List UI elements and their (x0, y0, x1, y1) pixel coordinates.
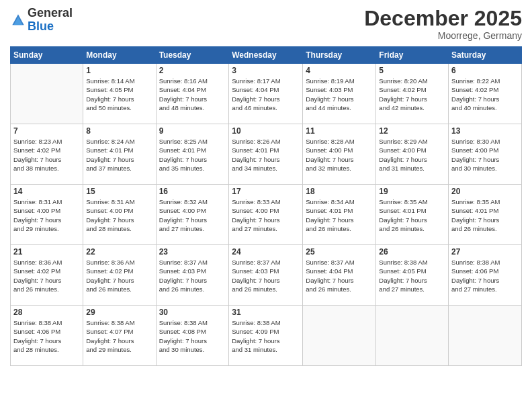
calendar-header-row: SundayMondayTuesdayWednesdayThursdayFrid… (11, 47, 522, 64)
header: General Blue December 2025 Moorrege, Ger… (10, 7, 522, 41)
day-info: Sunrise: 8:36 AMSunset: 4:02 PMDaylight:… (13, 258, 80, 293)
day-number: 1 (86, 66, 152, 75)
calendar-week-row: 1Sunrise: 8:14 AMSunset: 4:05 PMDaylight… (11, 64, 522, 124)
calendar-cell: 6Sunrise: 8:22 AMSunset: 4:02 PMDaylight… (449, 64, 522, 124)
calendar-week-row: 28Sunrise: 8:38 AMSunset: 4:06 PMDayligh… (11, 306, 522, 366)
calendar-week-row: 21Sunrise: 8:36 AMSunset: 4:02 PMDayligh… (11, 245, 522, 306)
calendar-day-header: Monday (83, 47, 156, 64)
day-number: 25 (306, 247, 373, 257)
day-number: 16 (159, 187, 226, 196)
logo-text: General Blue (28, 7, 73, 34)
calendar-cell: 26Sunrise: 8:38 AMSunset: 4:05 PMDayligh… (376, 245, 449, 306)
day-number: 28 (13, 308, 80, 317)
calendar-day-header: Wednesday (229, 47, 303, 64)
day-number: 27 (451, 247, 519, 257)
calendar-cell: 10Sunrise: 8:26 AMSunset: 4:01 PMDayligh… (229, 124, 303, 185)
day-info: Sunrise: 8:35 AMSunset: 4:01 PMDaylight:… (451, 197, 519, 233)
calendar-cell: 13Sunrise: 8:30 AMSunset: 4:00 PMDayligh… (449, 124, 522, 185)
day-number: 7 (13, 126, 80, 136)
day-number: 17 (232, 187, 300, 196)
day-number: 2 (159, 66, 226, 75)
day-info: Sunrise: 8:38 AMSunset: 4:06 PMDaylight:… (13, 318, 80, 354)
day-info: Sunrise: 8:31 AMSunset: 4:00 PMDaylight:… (86, 197, 152, 233)
calendar-cell: 28Sunrise: 8:38 AMSunset: 4:06 PMDayligh… (11, 306, 83, 366)
logo: General Blue (10, 7, 73, 34)
calendar-week-row: 7Sunrise: 8:23 AMSunset: 4:02 PMDaylight… (11, 124, 522, 185)
day-number: 23 (159, 247, 226, 257)
day-info: Sunrise: 8:24 AMSunset: 4:01 PMDaylight:… (86, 137, 152, 173)
day-number: 9 (159, 126, 226, 136)
logo-general: General (28, 6, 73, 19)
day-info: Sunrise: 8:30 AMSunset: 4:00 PMDaylight:… (451, 137, 519, 173)
calendar-cell: 22Sunrise: 8:36 AMSunset: 4:02 PMDayligh… (83, 245, 156, 306)
calendar-cell: 16Sunrise: 8:32 AMSunset: 4:00 PMDayligh… (156, 185, 229, 245)
calendar-cell: 1Sunrise: 8:14 AMSunset: 4:05 PMDaylight… (83, 64, 156, 124)
page: General Blue December 2025 Moorrege, Ger… (0, 0, 532, 411)
day-number: 14 (13, 187, 80, 196)
day-number: 18 (306, 187, 373, 196)
day-number: 26 (379, 247, 445, 257)
day-info: Sunrise: 8:25 AMSunset: 4:01 PMDaylight:… (159, 137, 226, 173)
day-number: 6 (451, 66, 519, 75)
calendar-day-header: Friday (376, 47, 449, 64)
calendar-cell: 15Sunrise: 8:31 AMSunset: 4:00 PMDayligh… (83, 185, 156, 245)
day-number: 8 (86, 126, 152, 136)
calendar-cell: 20Sunrise: 8:35 AMSunset: 4:01 PMDayligh… (449, 185, 522, 245)
day-info: Sunrise: 8:38 AMSunset: 4:06 PMDaylight:… (451, 258, 519, 293)
day-info: Sunrise: 8:36 AMSunset: 4:02 PMDaylight:… (86, 258, 152, 293)
location: Moorrege, Germany (364, 30, 522, 41)
day-number: 29 (86, 308, 152, 317)
day-info: Sunrise: 8:33 AMSunset: 4:00 PMDaylight:… (232, 197, 300, 233)
day-number: 21 (13, 247, 80, 257)
calendar-cell (303, 306, 376, 366)
day-info: Sunrise: 8:14 AMSunset: 4:05 PMDaylight:… (86, 77, 152, 112)
day-info: Sunrise: 8:37 AMSunset: 4:03 PMDaylight:… (159, 258, 226, 293)
calendar-cell: 25Sunrise: 8:37 AMSunset: 4:04 PMDayligh… (303, 245, 376, 306)
day-number: 11 (306, 126, 373, 136)
day-info: Sunrise: 8:38 AMSunset: 4:08 PMDaylight:… (159, 318, 226, 354)
day-number: 30 (159, 308, 226, 317)
day-number: 24 (232, 247, 300, 257)
day-info: Sunrise: 8:19 AMSunset: 4:03 PMDaylight:… (306, 77, 373, 112)
calendar-cell: 27Sunrise: 8:38 AMSunset: 4:06 PMDayligh… (449, 245, 522, 306)
day-info: Sunrise: 8:31 AMSunset: 4:00 PMDaylight:… (13, 197, 80, 233)
day-number: 4 (306, 66, 373, 75)
day-number: 13 (451, 126, 519, 136)
title-block: December 2025 Moorrege, Germany (364, 7, 522, 41)
day-info: Sunrise: 8:38 AMSunset: 4:09 PMDaylight:… (232, 318, 300, 354)
day-info: Sunrise: 8:22 AMSunset: 4:02 PMDaylight:… (451, 77, 519, 112)
day-info: Sunrise: 8:23 AMSunset: 4:02 PMDaylight:… (13, 137, 80, 173)
calendar-cell: 23Sunrise: 8:37 AMSunset: 4:03 PMDayligh… (156, 245, 229, 306)
calendar-cell: 29Sunrise: 8:38 AMSunset: 4:07 PMDayligh… (83, 306, 156, 366)
day-info: Sunrise: 8:28 AMSunset: 4:00 PMDaylight:… (306, 137, 373, 173)
calendar-cell: 8Sunrise: 8:24 AMSunset: 4:01 PMDaylight… (83, 124, 156, 185)
calendar-cell: 4Sunrise: 8:19 AMSunset: 4:03 PMDaylight… (303, 64, 376, 124)
day-info: Sunrise: 8:20 AMSunset: 4:02 PMDaylight:… (379, 77, 445, 112)
calendar-cell: 3Sunrise: 8:17 AMSunset: 4:04 PMDaylight… (229, 64, 303, 124)
day-number: 5 (379, 66, 445, 75)
calendar-cell: 19Sunrise: 8:35 AMSunset: 4:01 PMDayligh… (376, 185, 449, 245)
day-info: Sunrise: 8:37 AMSunset: 4:03 PMDaylight:… (232, 258, 300, 293)
calendar-cell: 9Sunrise: 8:25 AMSunset: 4:01 PMDaylight… (156, 124, 229, 185)
calendar-cell: 14Sunrise: 8:31 AMSunset: 4:00 PMDayligh… (11, 185, 83, 245)
day-info: Sunrise: 8:29 AMSunset: 4:00 PMDaylight:… (379, 137, 445, 173)
day-info: Sunrise: 8:37 AMSunset: 4:04 PMDaylight:… (306, 258, 373, 293)
calendar-cell: 2Sunrise: 8:16 AMSunset: 4:04 PMDaylight… (156, 64, 229, 124)
day-number: 20 (451, 187, 519, 196)
calendar-day-header: Thursday (303, 47, 376, 64)
day-info: Sunrise: 8:34 AMSunset: 4:01 PMDaylight:… (306, 197, 373, 233)
calendar-cell (376, 306, 449, 366)
day-info: Sunrise: 8:16 AMSunset: 4:04 PMDaylight:… (159, 77, 226, 112)
calendar-day-header: Tuesday (156, 47, 229, 64)
day-info: Sunrise: 8:17 AMSunset: 4:04 PMDaylight:… (232, 77, 300, 112)
calendar-cell: 18Sunrise: 8:34 AMSunset: 4:01 PMDayligh… (303, 185, 376, 245)
logo-icon (11, 13, 25, 27)
calendar-cell: 12Sunrise: 8:29 AMSunset: 4:00 PMDayligh… (376, 124, 449, 185)
day-number: 31 (232, 308, 300, 317)
calendar-cell: 24Sunrise: 8:37 AMSunset: 4:03 PMDayligh… (229, 245, 303, 306)
calendar-cell: 5Sunrise: 8:20 AMSunset: 4:02 PMDaylight… (376, 64, 449, 124)
calendar-cell (449, 306, 522, 366)
day-number: 15 (86, 187, 152, 196)
month-title: December 2025 (364, 7, 522, 30)
day-info: Sunrise: 8:38 AMSunset: 4:07 PMDaylight:… (86, 318, 152, 354)
